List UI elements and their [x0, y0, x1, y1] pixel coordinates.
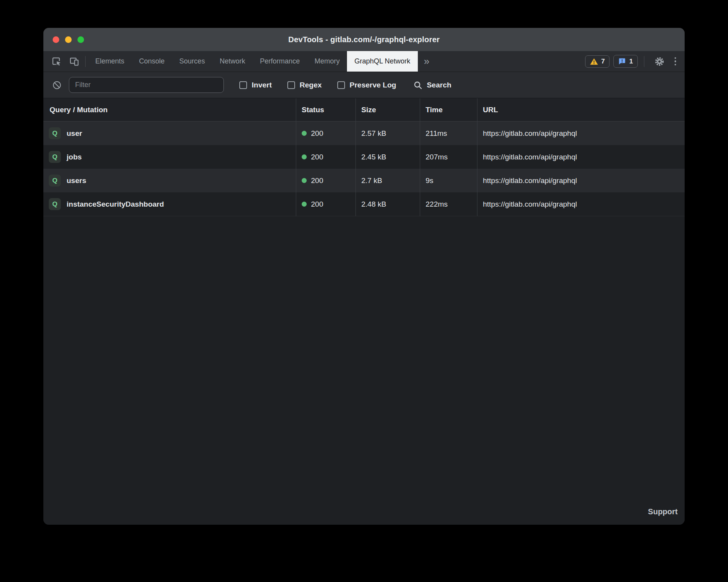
- more-tabs-button[interactable]: »: [418, 51, 436, 72]
- regex-label: Regex: [300, 81, 322, 89]
- response-size: 2.7 kB: [355, 169, 420, 192]
- query-name: users: [67, 176, 86, 185]
- tabbar-right-divider: [644, 56, 644, 67]
- response-time: 9s: [420, 169, 477, 192]
- request-url: https://gitlab.com/api/graphql: [477, 192, 685, 216]
- request-list: Q user 200 2.57 kB 211ms https://gitlab.…: [43, 122, 685, 216]
- response-time: 222ms: [420, 192, 477, 216]
- tabbar-divider: [85, 56, 86, 67]
- tab-memory[interactable]: Memory: [307, 51, 347, 72]
- preserve-log-checkbox-group[interactable]: Preserve Log: [337, 81, 396, 89]
- warnings-count: 7: [601, 58, 605, 65]
- response-time: 207ms: [420, 145, 477, 169]
- search-icon: [413, 80, 422, 90]
- settings-button[interactable]: [651, 56, 668, 67]
- query-type-icon: Q: [49, 151, 61, 163]
- invert-label: Invert: [252, 81, 272, 89]
- request-url: https://gitlab.com/api/graphql: [477, 145, 685, 169]
- column-header-status: Status: [296, 98, 355, 121]
- response-size: 2.57 kB: [355, 122, 420, 145]
- invert-checkbox[interactable]: [239, 81, 247, 89]
- filter-toolbar: Invert Regex Preserve Log Search: [43, 72, 685, 98]
- request-url: https://gitlab.com/api/graphql: [477, 169, 685, 192]
- warnings-badge[interactable]: 7: [585, 55, 610, 68]
- tab-sources[interactable]: Sources: [172, 51, 212, 72]
- table-row[interactable]: Q users 200 2.7 kB 9s https://gitlab.com…: [43, 169, 685, 192]
- status-code: 200: [311, 153, 323, 161]
- tabbar-right-controls: 7 1: [585, 51, 685, 72]
- search-label: Search: [427, 81, 451, 89]
- tab-performance[interactable]: Performance: [252, 51, 307, 72]
- inspect-element-button[interactable]: [47, 51, 65, 72]
- preserve-log-label: Preserve Log: [350, 81, 396, 89]
- query-type-icon: Q: [49, 127, 61, 139]
- table-row[interactable]: Q instanceSecurityDashboard 200 2.48 kB …: [43, 192, 685, 216]
- response-size: 2.48 kB: [355, 192, 420, 216]
- status-code: 200: [311, 129, 323, 138]
- query-type-icon: Q: [49, 198, 61, 210]
- devtools-tabbar: Elements Console Sources Network Perform…: [43, 51, 685, 72]
- status-code: 200: [311, 176, 323, 185]
- query-name: user: [67, 129, 82, 138]
- invert-checkbox-group[interactable]: Invert: [239, 81, 272, 89]
- query-name: instanceSecurityDashboard: [67, 200, 164, 209]
- zoom-window-button[interactable]: [77, 36, 84, 43]
- titlebar: DevTools - gitlab.com/-/graphql-explorer: [43, 28, 685, 51]
- tab-console[interactable]: Console: [132, 51, 172, 72]
- status-ok-icon: [302, 202, 307, 207]
- column-header-url: URL: [477, 98, 685, 121]
- support-link[interactable]: Support: [648, 507, 678, 516]
- customize-devtools-button[interactable]: [672, 55, 679, 68]
- table-row[interactable]: Q jobs 200 2.45 kB 207ms https://gitlab.…: [43, 145, 685, 169]
- gear-icon: [654, 56, 665, 67]
- status-ok-icon: [302, 178, 307, 183]
- issues-badge[interactable]: 1: [613, 55, 637, 68]
- minimize-window-button[interactable]: [65, 36, 72, 43]
- filter-input[interactable]: [69, 77, 224, 93]
- traffic-lights: [53, 36, 84, 43]
- issues-bubble-icon: [618, 57, 626, 65]
- devtools-window: DevTools - gitlab.com/-/graphql-explorer…: [43, 28, 685, 525]
- window-title: DevTools - gitlab.com/-/graphql-explorer: [43, 35, 685, 44]
- inspect-cursor-icon: [51, 56, 62, 67]
- empty-panel-area: [43, 216, 685, 525]
- response-time: 211ms: [420, 122, 477, 145]
- close-window-button[interactable]: [53, 36, 59, 43]
- tab-network[interactable]: Network: [212, 51, 252, 72]
- tab-graphql-network[interactable]: GraphQL Network: [347, 51, 417, 72]
- regex-checkbox-group[interactable]: Regex: [287, 81, 322, 89]
- column-header-query-mutation: Query / Mutation: [43, 98, 296, 121]
- tab-elements[interactable]: Elements: [88, 51, 132, 72]
- column-header-size: Size: [355, 98, 420, 121]
- device-toolbar-button[interactable]: [65, 51, 83, 72]
- table-header: Query / Mutation Status Size Time URL: [43, 98, 685, 122]
- query-name: jobs: [67, 153, 82, 161]
- response-size: 2.45 kB: [355, 145, 420, 169]
- status-ok-icon: [302, 154, 307, 159]
- status-ok-icon: [302, 131, 307, 136]
- clear-log-icon[interactable]: [52, 80, 62, 90]
- table-row[interactable]: Q user 200 2.57 kB 211ms https://gitlab.…: [43, 122, 685, 145]
- warning-triangle-icon: [590, 58, 598, 65]
- column-header-time: Time: [420, 98, 477, 121]
- preserve-log-checkbox[interactable]: [337, 81, 345, 89]
- issues-count: 1: [629, 58, 633, 65]
- status-code: 200: [311, 200, 323, 209]
- request-url: https://gitlab.com/api/graphql: [477, 122, 685, 145]
- regex-checkbox[interactable]: [287, 81, 295, 89]
- device-toolbar-icon: [69, 56, 79, 67]
- search-button[interactable]: Search: [413, 80, 451, 90]
- query-type-icon: Q: [49, 175, 61, 187]
